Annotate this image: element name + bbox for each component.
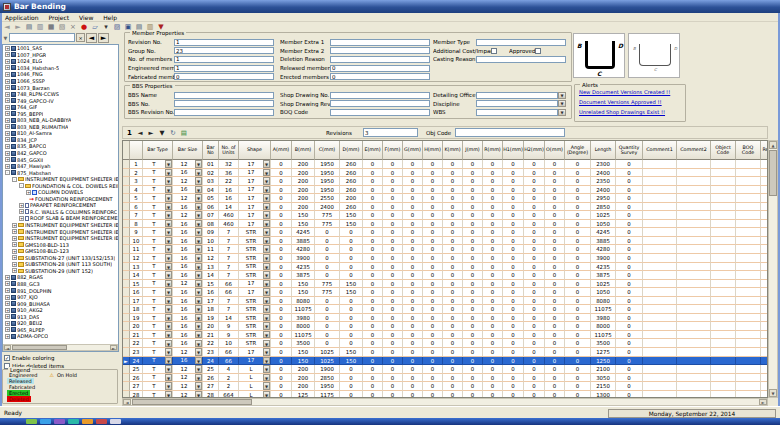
tree-expander-icon[interactable]: + (12, 249, 17, 254)
dropdown-icon[interactable]: ▼ (263, 211, 270, 219)
copy-view-icon[interactable]: ▤ (24, 23, 34, 32)
dropdown-icon[interactable]: ▼ (195, 305, 202, 313)
cell-bar_type[interactable]: T▼ (143, 254, 173, 263)
cell-bar_size[interactable]: 16▼ (173, 203, 203, 212)
tree-expander-icon[interactable]: + (5, 46, 10, 51)
dropdown-icon[interactable]: ▼ (195, 271, 202, 279)
cell-bar_size[interactable]: 12▼ (173, 211, 203, 220)
cell-bar_size[interactable]: 12▼ (173, 194, 203, 203)
dropdown-icon[interactable]: ▼ (195, 297, 202, 305)
cell-bar_type[interactable]: T▼ (143, 391, 173, 398)
bbs-no-input[interactable] (174, 100, 274, 107)
grid-row[interactable]: 4T▼16▼041617▼020019502600000000000024000… (123, 186, 768, 195)
dropdown-icon[interactable]: ▼ (165, 365, 172, 373)
cell-bar_size[interactable]: 16▼ (173, 288, 203, 297)
alert-link[interactable]: Unrelated Shop Drawings Exist !! (579, 107, 685, 117)
cell-bar_type[interactable]: T▼ (143, 348, 173, 357)
dropdown-icon[interactable]: ▼ (558, 109, 566, 116)
cell-shape[interactable]: L▼ (239, 374, 271, 383)
cell-bar_size[interactable]: 16▼ (173, 228, 203, 237)
grid-row[interactable]: 25T▼12▼254L▼02001900000000000000210000 (123, 365, 768, 374)
cell-shape[interactable]: STR▼ (239, 237, 271, 246)
fabricated-members-input[interactable] (174, 73, 274, 80)
dropdown-icon[interactable]: ▼ (195, 391, 202, 398)
grid-row[interactable]: ►24T▼16▼246617▼0150102515000000000000125… (123, 357, 768, 366)
dropdown-icon[interactable]: ▼ (195, 220, 202, 228)
cell-shape[interactable]: 17▼ (239, 211, 271, 220)
dropdown-icon[interactable]: ▼ (263, 237, 270, 245)
dropdown-icon[interactable]: ▼ (263, 357, 270, 365)
tree-expander-icon[interactable]: + (5, 85, 10, 90)
grid-row[interactable]: 28T▼12▼28664L▼01251175000000000000130000 (123, 391, 768, 398)
dropdown-icon[interactable]: ▼ (263, 382, 270, 390)
menu-view[interactable]: View (74, 14, 98, 21)
cell-bar_size[interactable]: 16▼ (173, 237, 203, 246)
print-icon[interactable]: ▦ (46, 23, 56, 32)
dropdown-icon[interactable]: ▼ (195, 348, 202, 356)
member-extra-1-input[interactable] (330, 39, 430, 46)
new-document-icon[interactable]: ▱ (90, 23, 100, 32)
cell-shape[interactable]: 17▼ (239, 203, 271, 212)
dropdown-icon[interactable]: ▼ (165, 391, 172, 398)
dropdown-icon[interactable]: ▼ (263, 340, 270, 348)
menu-help[interactable]: Help (98, 14, 122, 21)
dropdown-icon[interactable]: ▼ (165, 382, 172, 390)
dropdown-icon[interactable]: ▼ (558, 100, 566, 107)
grid-row[interactable]: 6T▼16▼061417▼020024002600000000000028500… (123, 203, 768, 212)
scroll-down-icon[interactable]: ▼ (769, 389, 777, 397)
cell-shape[interactable]: 17▼ (239, 186, 271, 195)
scroll-right-icon[interactable]: ► (110, 345, 117, 350)
grid-row[interactable]: 14T▼16▼147STR▼038750000000000000387500 (123, 271, 768, 280)
tree-expander-icon[interactable]: + (5, 52, 10, 57)
dropdown-icon[interactable]: ▼ (165, 314, 172, 322)
grid-row[interactable]: 17T▼16▼177STR▼080800000000000000808000 (123, 297, 768, 306)
released-members-input[interactable] (330, 65, 430, 72)
dropdown-icon[interactable]: ▼ (165, 374, 172, 382)
cell-bar_size[interactable]: 16▼ (173, 271, 203, 280)
cell-shape[interactable]: 17▼ (239, 194, 271, 203)
cell-shape[interactable]: 17▼ (239, 348, 271, 357)
layers-icon[interactable]: ▤ (179, 128, 189, 138)
bbs-name-input[interactable] (174, 92, 274, 99)
enable-coloring-checkbox[interactable]: ✓ (4, 355, 10, 361)
tree-item[interactable]: -FOUNDATION & COL. DOWELS REINF (3, 182, 118, 189)
dropdown-icon[interactable]: ▼ (263, 365, 270, 373)
taskbar-icon-6[interactable] (96, 419, 107, 424)
taskbar-icon-1[interactable] (26, 419, 37, 424)
dropdown-icon[interactable]: ▼ (558, 92, 566, 99)
cell-bar_type[interactable]: T▼ (143, 245, 173, 254)
dropdown-icon[interactable]: ▼ (263, 280, 270, 288)
grid-row[interactable]: 19T▼16▼1914STR▼039800000000000000398000 (123, 314, 768, 323)
prev-record-icon[interactable]: ◄ (135, 128, 145, 138)
dropdown-icon[interactable]: ▼ (195, 194, 202, 202)
shop-drawing-rev-no-input[interactable] (330, 100, 430, 107)
dropdown-icon[interactable]: ▼ (195, 314, 202, 322)
paste-view-icon[interactable]: ▥ (35, 23, 45, 32)
dropdown-icon[interactable]: ▼ (195, 160, 202, 168)
cell-bar_size[interactable]: 16▼ (173, 314, 203, 323)
tree-expander-icon[interactable]: + (5, 111, 10, 116)
cell-shape[interactable]: L▼ (239, 391, 271, 398)
new-document-arrow-icon[interactable]: ▾ (101, 23, 111, 32)
edit-document-icon[interactable]: ▨ (112, 23, 122, 32)
engineered-members-input[interactable] (174, 65, 274, 72)
revision-no-input[interactable] (174, 39, 274, 46)
tree-expander-icon[interactable]: + (19, 216, 24, 221)
grid-row[interactable]: 18T▼16▼187STR▼01107500000000000001107500 (123, 305, 768, 314)
dropdown-icon[interactable]: ▼ (263, 203, 270, 211)
grid-row[interactable]: 9T▼16▼097STR▼042450000000000000424500 (123, 228, 768, 237)
member-extra-2-input[interactable] (330, 47, 430, 54)
cell-bar_size[interactable]: 16▼ (173, 357, 203, 366)
grid-row[interactable]: 7T▼12▼0746017▼01507751500000000000010250… (123, 211, 768, 220)
shop-drawing-no-input[interactable] (330, 92, 430, 99)
tree-expander-icon[interactable]: + (12, 242, 17, 247)
dropdown-icon[interactable]: ▼ (195, 331, 202, 339)
cell-bar_size[interactable]: 12▼ (173, 382, 203, 391)
taskbar-icon-2[interactable] (40, 419, 51, 424)
member-type-input[interactable] (476, 39, 566, 46)
cell-bar_size[interactable]: 16▼ (173, 220, 203, 229)
dropdown-icon[interactable]: ▼ (263, 322, 270, 330)
dropdown-icon[interactable]: ▼ (195, 365, 202, 373)
wbs-input[interactable] (476, 109, 558, 116)
dropdown-icon[interactable]: ▼ (165, 245, 172, 253)
